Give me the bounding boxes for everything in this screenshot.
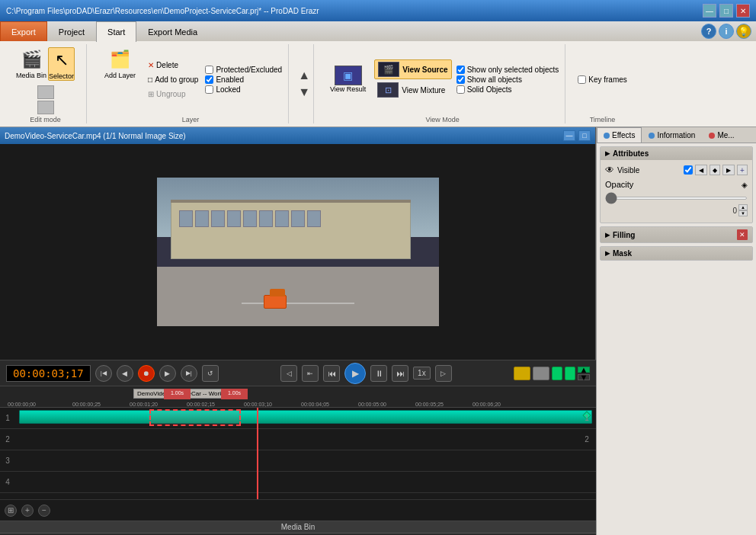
filling-close-button[interactable]: ✕ [737, 229, 748, 240]
maximize-button[interactable]: □ [719, 4, 733, 18]
eye-btn[interactable] [37, 85, 54, 99]
media-bin-button[interactable]: 🎬 Media Bin ↖ Selector [11, 44, 80, 84]
view-mixture-icon: ⊡ [377, 82, 399, 98]
tab-start[interactable]: Start [96, 21, 136, 42]
view-source-button[interactable]: 🎬 View Source [374, 59, 451, 79]
media-bin-icon: 🎬 [19, 47, 43, 72]
in-point-button[interactable] [552, 367, 562, 380]
video-restore-button[interactable]: □ [578, 130, 591, 141]
timeline-area: 00:00:03;17 |◀ ◀ ⏺ ▶ ▶| ↺ ◁ ⇤ ⏮ ▶ ⏸ ⏭ 1x… [0, 360, 596, 521]
transport-group: ▲ ▼ [295, 44, 314, 123]
loop-left-button[interactable]: ◁ [280, 365, 297, 382]
info-button[interactable]: i [719, 24, 734, 39]
tip-button[interactable]: 💡 [736, 24, 751, 39]
key-frames-checkbox[interactable] [578, 75, 586, 84]
mask-header[interactable]: ▶ Mask [601, 247, 752, 260]
attributes-header[interactable]: ▶ Attributes [601, 147, 752, 160]
show-only-selected-checkbox[interactable] [456, 66, 465, 74]
up-arrow[interactable]: ▲ [298, 69, 310, 82]
next-frame-button[interactable]: ▶ [159, 365, 176, 382]
selection-start-marker: 1.00s [164, 389, 191, 399]
solid-objects-checkbox[interactable] [456, 85, 465, 94]
enabled-checkbox[interactable] [205, 75, 213, 84]
visible-prev-button[interactable]: ◀ [695, 165, 707, 175]
timecode-display: 00:00:03;17 [6, 365, 91, 382]
ungroup-icon: ⊞ [148, 90, 154, 98]
show-all-checkbox[interactable] [456, 75, 465, 84]
view-mixture-button[interactable]: ⊡ View Mixture [374, 81, 451, 99]
prev-key-button[interactable]: |◀ [95, 365, 112, 382]
visible-add-button[interactable]: + [737, 165, 748, 175]
selection-overlay [149, 409, 241, 426]
zoom-fit-button[interactable]: ⊞ [5, 505, 17, 517]
tab-media[interactable]: Me... [702, 127, 741, 143]
locked-checkbox[interactable] [205, 85, 213, 94]
close-button[interactable]: ✕ [736, 4, 750, 18]
ribbon-content: 🎬 Media Bin ↖ Selector Edit mode � [0, 41, 756, 127]
delete-button[interactable]: ✕ Delete [144, 59, 202, 72]
view-result-icon: ▣ [335, 66, 362, 85]
visible-next-button[interactable]: ▶ [722, 165, 735, 175]
titlebar-controls: — □ ✕ [703, 4, 750, 18]
record-button[interactable]: ⏺ [138, 365, 155, 382]
ungroup-button[interactable]: ⊞ Ungroup [144, 88, 202, 101]
prev-frame-button[interactable]: ◀ [117, 365, 133, 382]
right-panel: Effects Information Me... ▶ Attributes [596, 127, 756, 535]
tab-effects[interactable]: Effects [597, 127, 642, 143]
opacity-row: Opacity ◈ 0 ▲ ▼ [605, 177, 748, 219]
rewind-button[interactable]: ⏮ [323, 365, 340, 382]
media-bin-resize-handle[interactable] [750, 0, 756, 535]
next-key-button[interactable]: ▶| [181, 365, 197, 382]
add-to-group-button[interactable]: □ Add to group [144, 73, 202, 86]
opacity-down-button[interactable]: ▼ [738, 210, 748, 216]
tab-export-media[interactable]: Export Media [136, 21, 209, 41]
view-source-icon: 🎬 [378, 62, 399, 77]
main-area: DemoVideo-ServiceCar.mp4 (1/1 Normal Ima… [0, 127, 756, 535]
zoom-out-timeline-button[interactable]: − [38, 505, 50, 517]
track-num-3: 3 [0, 457, 15, 465]
go-to-in-button[interactable]: ⇤ [302, 365, 319, 382]
tab-information[interactable]: Information [642, 127, 702, 143]
view-result-button[interactable]: ▣ View Result [326, 63, 370, 95]
tab-project[interactable]: Project [47, 21, 96, 41]
visible-checkbox[interactable] [684, 165, 693, 175]
fast-forward-button[interactable]: ⏭ [392, 365, 408, 382]
loop-right-button[interactable]: ▷ [435, 365, 452, 382]
tab-export[interactable]: Export [0, 21, 47, 41]
video-preview [0, 144, 595, 360]
play-button[interactable]: ▶ [344, 363, 366, 384]
track-content-2 [15, 429, 596, 450]
eye-icon: 👁 [605, 165, 614, 175]
clip-button[interactable] [533, 367, 549, 380]
pause-button[interactable]: ⏸ [370, 365, 387, 382]
minimize-button[interactable]: — [703, 4, 716, 18]
panel-content: ▶ Attributes 👁 Visible ◀ ◆ [597, 143, 756, 535]
add-layer-button[interactable]: 🗂️ Add Layer [99, 44, 141, 114]
video-frame [157, 178, 439, 326]
filling-header[interactable]: ▶ Filling ✕ [601, 227, 752, 242]
down-arrow[interactable]: ▼ [298, 85, 310, 99]
track-content-1 [15, 408, 596, 428]
media-bin-header: Media Bin [0, 521, 596, 533]
selection-end-marker: 1.00s [221, 389, 248, 399]
marker-button[interactable] [514, 367, 530, 380]
up-point-button[interactable]: ▲ [578, 367, 590, 373]
down-point-button[interactable]: ▼ [578, 374, 590, 380]
app-title: C:\Program Files\proDAD\Erazr\Resources\… [6, 7, 319, 15]
solid-objects-item: Solid Objects [456, 85, 559, 94]
protected-checkbox[interactable] [205, 66, 213, 74]
visible-diamond-button[interactable]: ◆ [710, 165, 720, 175]
help-button[interactable]: ? [701, 24, 716, 39]
small-btn-2[interactable] [37, 101, 54, 114]
out-point-button[interactable] [565, 367, 575, 380]
reset-button[interactable]: ↺ [202, 365, 219, 382]
protected-checkbox-item: Protected/Excluded [205, 66, 282, 74]
track-row-1: 1 1 [0, 408, 596, 429]
opacity-slider[interactable] [605, 197, 748, 200]
track-clip-1[interactable] [19, 410, 592, 424]
delete-icon: ✕ [148, 61, 154, 69]
speed-button[interactable]: 1x [413, 367, 431, 380]
opacity-up-button[interactable]: ▲ [738, 204, 748, 210]
zoom-in-timeline-button[interactable]: + [21, 505, 34, 517]
video-minimize-button[interactable]: — [563, 130, 575, 141]
